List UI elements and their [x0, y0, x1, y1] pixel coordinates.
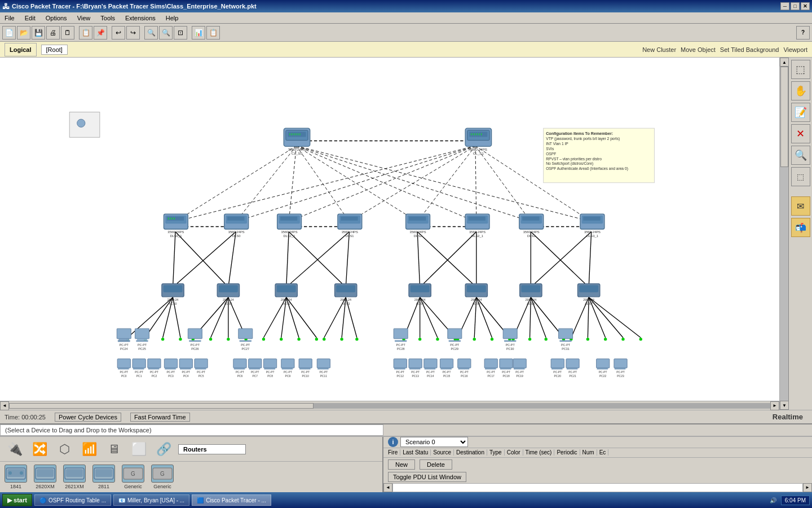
pdu-tool-button[interactable]: 📬	[791, 218, 810, 237]
canvas-inner[interactable]: 3560-24PS CL_S0 3560-24PS	[0, 58, 779, 401]
zoom-in-button[interactable]: 🔍	[144, 26, 158, 40]
device-2620xm[interactable]: 2620XM	[34, 465, 56, 489]
svg-text:PC-PT: PC-PT	[443, 371, 451, 374]
resize-tool-button[interactable]: ⬚	[791, 167, 810, 186]
help-button[interactable]: ?	[796, 26, 810, 40]
svg-point-103	[418, 338, 421, 340]
scroll-thumb[interactable]	[9, 403, 314, 409]
envelope-tool-button[interactable]: ✉	[791, 196, 810, 216]
taskbar-item-ospf[interactable]: 🔵 OSPF Routing Table ...	[34, 494, 111, 506]
paste-button[interactable]: 📌	[94, 26, 107, 40]
svg-text:PC-PT: PC-PT	[568, 371, 577, 374]
pallet-button[interactable]: 📊	[192, 26, 205, 40]
device-1841[interactable]: 1841	[5, 465, 27, 489]
new-pdu-button[interactable]: New	[388, 459, 415, 470]
svg-rect-291	[299, 359, 312, 368]
vertical-scrollbar[interactable]: ▲ ▼	[779, 58, 788, 410]
scroll-track[interactable]	[9, 403, 770, 409]
svg-text:PC-PT: PC-PT	[460, 371, 469, 374]
svg-text:PC6: PC6	[237, 375, 243, 378]
router-1841-icon	[5, 465, 27, 483]
title-bar-controls: ─ □ ✕	[780, 2, 810, 10]
zoom-out-button[interactable]: 🔍	[159, 26, 173, 40]
move-object-button[interactable]: Move Object	[681, 46, 716, 53]
svg-rect-194	[277, 285, 296, 292]
svg-point-98	[315, 338, 318, 340]
svg-rect-235	[394, 329, 408, 339]
svg-text:3560-24PS: 3560-24PS	[410, 230, 426, 234]
menu-view[interactable]: View	[75, 14, 93, 23]
switches-category[interactable]: 🔀	[29, 439, 50, 459]
minimize-button[interactable]: ─	[780, 2, 789, 10]
device-2621xm[interactable]: 2621XM	[63, 465, 86, 489]
pdu-scroll-right[interactable]: ►	[803, 483, 812, 492]
col-type: Type	[487, 449, 505, 456]
hubs-category[interactable]: ⬡	[54, 439, 74, 459]
pdu-scroll-left[interactable]: ◄	[383, 483, 392, 492]
save-button[interactable]: 💾	[32, 26, 45, 40]
v-scroll-track[interactable]	[780, 67, 788, 401]
menu-edit[interactable]: Edit	[23, 14, 38, 23]
device-generic2[interactable]: G Generic	[151, 465, 174, 489]
taskbar-item-packet-tracer[interactable]: 🟦 Cisco Packet Tracer - ...	[192, 494, 271, 506]
menu-options[interactable]: Options	[43, 14, 69, 23]
pdu-scroll-track[interactable]	[392, 483, 803, 492]
svg-text:2960-24: 2960-24	[167, 298, 179, 301]
svg-rect-231	[239, 329, 253, 339]
delete-tool-button[interactable]: ✕	[791, 124, 810, 143]
redo-button[interactable]: ↪	[126, 26, 140, 40]
svg-line-3	[289, 146, 296, 221]
menu-extensions[interactable]: Extensions	[123, 14, 158, 23]
delete-pdu-button[interactable]: Delete	[420, 459, 452, 470]
svg-rect-296	[317, 368, 329, 370]
menu-file[interactable]: File	[2, 14, 17, 23]
device-generic1[interactable]: G Generic	[122, 465, 144, 489]
maximize-button[interactable]: □	[791, 2, 800, 10]
start-button[interactable]: ▶ start	[2, 494, 32, 506]
taskbar-miller-label: Miller, Bryan [USA] - ...	[127, 497, 184, 503]
misc-category[interactable]: ⬜	[129, 439, 149, 459]
inspector-button[interactable]: 📋	[206, 26, 220, 40]
svg-rect-335	[566, 359, 579, 368]
print-button[interactable]: 🖨	[46, 26, 60, 40]
undo-button[interactable]: ↩	[112, 26, 125, 40]
wan-category[interactable]: 🔗	[153, 439, 174, 459]
router-2620xm-label: 2620XM	[36, 484, 55, 489]
servers-category[interactable]: 🖥	[104, 439, 124, 459]
open-button[interactable]: 📂	[17, 26, 30, 40]
print-preview[interactable]: 🗒	[61, 26, 74, 40]
power-cycle-button[interactable]: Power Cycle Devices	[55, 413, 121, 422]
copy-button[interactable]: 📋	[79, 26, 92, 40]
svg-text:PC-PT: PC-PT	[506, 343, 515, 347]
scroll-up-button[interactable]: ▲	[780, 58, 789, 67]
routers-category[interactable]: 🔌	[5, 439, 25, 459]
taskbar-item-miller[interactable]: 📧 Miller, Bryan [USA] - ...	[113, 494, 189, 506]
viewport-button[interactable]: Viewport	[783, 46, 807, 53]
scroll-down-button[interactable]: ▼	[780, 401, 789, 410]
wireless-category[interactable]: 📶	[79, 439, 99, 459]
toggle-pdu-button[interactable]: Toggle PDU List Window	[388, 472, 466, 482]
scenario-select[interactable]: Scenario 0	[400, 437, 468, 447]
zoom-tool-button[interactable]: 🔍	[791, 146, 810, 165]
svg-rect-162	[341, 217, 358, 221]
set-background-button[interactable]: Set Tiled Background	[720, 46, 779, 53]
logical-button[interactable]: Logical	[5, 43, 37, 56]
new-button[interactable]: 📄	[2, 26, 16, 40]
device-2811[interactable]: 2811	[92, 465, 115, 489]
new-cluster-button[interactable]: New Cluster	[642, 46, 676, 53]
v-scroll-thumb[interactable]	[780, 67, 788, 167]
horizontal-scrollbar[interactable]: ◄ ►	[0, 401, 779, 410]
menu-help[interactable]: Help	[164, 14, 181, 23]
hand-tool-button[interactable]: ✋	[791, 81, 810, 100]
svg-text:DLS1_1: DLS1_1	[284, 234, 295, 238]
scroll-left-button[interactable]: ◄	[0, 401, 9, 410]
select-tool-button[interactable]: ⬚	[791, 60, 810, 79]
svg-text:PC-PT: PC-PT	[197, 371, 205, 374]
fast-forward-button[interactable]: Fast Forward Time	[130, 413, 190, 422]
zoom-fit-button[interactable]: ⊡	[174, 26, 187, 40]
menu-tools[interactable]: Tools	[98, 14, 117, 23]
note-tool-button[interactable]: 📝	[791, 103, 810, 122]
close-button[interactable]: ✕	[801, 2, 810, 10]
scroll-right-button[interactable]: ►	[770, 401, 779, 410]
svg-rect-247	[559, 329, 573, 339]
